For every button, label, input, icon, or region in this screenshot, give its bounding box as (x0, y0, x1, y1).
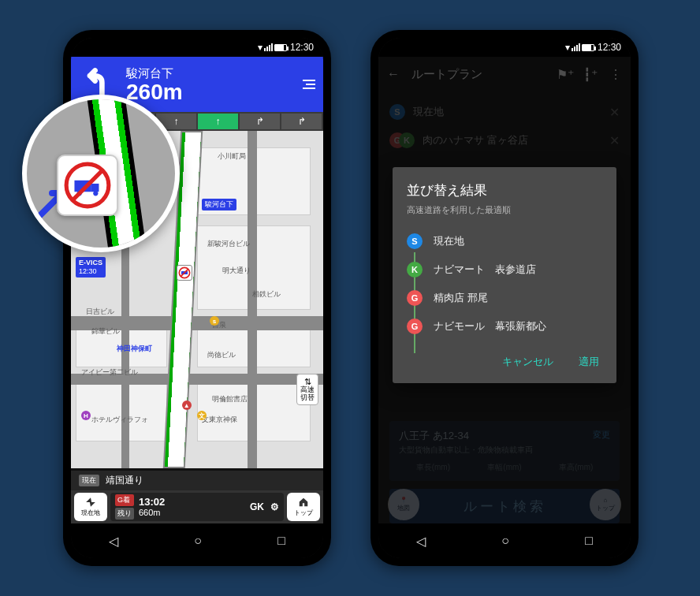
lane: ↱ (240, 114, 280, 129)
wifi-icon: ▾ (258, 42, 262, 53)
status-time: 12:30 (598, 42, 621, 53)
signal-icon (264, 43, 273, 51)
gk-label: GK (250, 501, 264, 512)
top-button[interactable]: トップ (287, 493, 320, 521)
map-poi-label: ホテルヴィラフォ (91, 415, 148, 425)
dialog-route-item: Kナビマート 表参道店 (407, 255, 602, 284)
gk-settings[interactable]: GK ⚙ (250, 501, 279, 512)
nav-text: 駿河台下 260m (126, 66, 289, 103)
current-location-button[interactable]: 現在地 (74, 493, 107, 521)
btn-label: トップ (294, 508, 313, 517)
phone-frame-right: ▾ 12:30 ← ルートプラン ⚑⁺ ┇⁺ ⋮ S 現在地 ✕ (370, 30, 639, 566)
dialog-item-label: ナビモール 幕張新都心 (434, 319, 546, 333)
battery-icon (582, 44, 594, 51)
route-dot-icon: G (407, 318, 423, 334)
route-plan-screen: ← ルートプラン ⚑⁺ ┇⁺ ⋮ S 現在地 ✕ G K 肉のハナマサ 富ヶ谷店 (378, 57, 631, 523)
dialog-route-item: S現在地 (407, 227, 602, 255)
reorder-result-dialog: 並び替え結果 高速道路を利用した最適順 S現在地Kナビマート 表参道店G精肉店 … (393, 167, 616, 383)
status-bar: ▾ 12:30 (71, 38, 323, 57)
bottom-toolbar: 現在地 G着 残り 13:02 660m GK ⚙ (71, 490, 323, 523)
wifi-icon: ▾ (565, 42, 570, 53)
current-road-bar: 現在 靖国通り (71, 471, 323, 490)
battery-icon (274, 44, 287, 51)
btn-label: 現在地 (81, 508, 100, 517)
svg-rect-5 (91, 184, 99, 192)
route-dot-icon: S (407, 233, 423, 249)
svg-point-7 (93, 191, 98, 196)
route-list-icon[interactable] (296, 80, 315, 89)
map-poi-label: アイビー第二ビル (81, 367, 138, 378)
map-poi-label: 神田神保町 (117, 344, 152, 354)
map-poi-label: 明大通り (222, 266, 251, 276)
dialog-item-label: 現在地 (434, 234, 464, 248)
cancel-button[interactable]: キャンセル (499, 348, 557, 375)
recent-button[interactable]: □ (585, 534, 593, 548)
back-button[interactable]: ◁ (416, 534, 426, 549)
gear-icon: ⚙ (270, 501, 279, 512)
dialog-route-item: G精肉店 邢尾 (407, 284, 602, 312)
signal-icon (572, 43, 580, 51)
android-nav-bar: ◁ ○ □ (71, 523, 323, 558)
no-truck-sign (57, 155, 118, 216)
home-button[interactable]: ○ (501, 534, 509, 548)
eta-panel[interactable]: G着 残り 13:02 660m GK ⚙ (110, 493, 284, 521)
back-button[interactable]: ◁ (109, 534, 118, 549)
nav-distance: 260m (126, 81, 289, 103)
dialog-item-label: ナビマート 表参道店 (434, 263, 536, 277)
eta-time: 13:02 (139, 497, 165, 508)
recent-button[interactable]: □ (277, 534, 285, 548)
current-road-name: 靖国通り (106, 474, 143, 487)
poi-marker: H (81, 411, 91, 420)
current-badge: 現在 (79, 475, 99, 486)
map-poi-label: 相鉄ビル (252, 289, 281, 300)
nav-place: 駿河台下 (126, 66, 289, 81)
map-poi-label: 小川町局 (218, 151, 246, 162)
status-bar: ▾ 12:30 (378, 38, 631, 57)
vehicle-marker: ▲ (182, 400, 192, 410)
map-poi-label: 尚徳ビル (207, 350, 236, 360)
phone-screen-right: ▾ 12:30 ← ルートプラン ⚑⁺ ┇⁺ ⋮ S 現在地 ✕ (378, 38, 631, 558)
map-poi-label: 文東京神保 (202, 415, 237, 425)
eta-dist: 660m (139, 508, 165, 517)
eta-badge: G着 (115, 494, 134, 506)
route-dot-icon: G (407, 290, 423, 306)
map-poi-label: 錦華ビル (91, 326, 120, 337)
highway-toggle-button[interactable]: ⇅ 高速 切替 (296, 374, 318, 405)
map-poi-label: 日吉ビル (86, 307, 114, 317)
zoom-callout (22, 95, 180, 252)
intersection-flag: 駿河台下 (202, 199, 236, 210)
apply-button[interactable]: 適用 (575, 348, 602, 375)
hwy-toggle-label: 高速 切替 (300, 386, 315, 402)
lane-active: ↑ (198, 114, 238, 129)
dialog-item-label: 精肉店 邢尾 (434, 291, 488, 305)
status-icons: ▾ (565, 42, 594, 53)
dialog-route-item: Gナビモール 幕張新都心 (407, 312, 602, 341)
vics-badge: E-VICS 12:30 (76, 257, 106, 278)
lane: ↱ (281, 114, 322, 129)
status-icons: ▾ (258, 42, 287, 53)
map-poi-label: 明倫館書店 (212, 394, 248, 404)
route-dot-icon: K (407, 262, 423, 278)
dialog-subtitle: 高速道路を利用した最適順 (407, 204, 602, 216)
home-button[interactable]: ○ (194, 534, 202, 548)
android-nav-bar: ◁ ○ □ (378, 523, 631, 558)
dialog-title: 並び替え結果 (407, 181, 602, 199)
truck-restriction-icon (177, 265, 192, 281)
map-poi-label: 新駿河台ビル (207, 239, 250, 249)
status-time: 12:30 (290, 42, 314, 53)
eta-sub-badge: 残り (115, 508, 134, 520)
